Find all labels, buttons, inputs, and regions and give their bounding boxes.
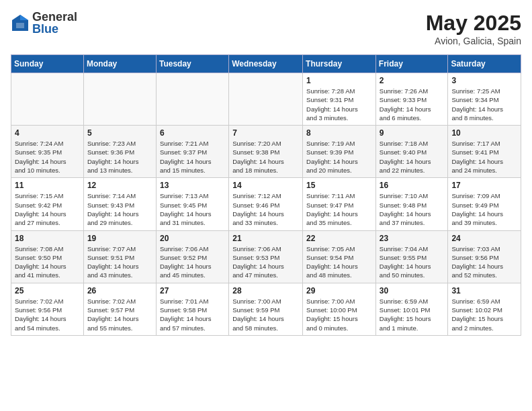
day-info: Sunrise: 7:00 AM Sunset: 10:00 PM Daylig… [306,297,372,332]
calendar-week-row: 25Sunrise: 7:02 AM Sunset: 9:56 PM Dayli… [11,283,521,335]
calendar-day-cell: 12Sunrise: 7:14 AM Sunset: 9:43 PM Dayli… [83,178,156,230]
day-number: 22 [306,234,372,243]
day-number: 21 [232,234,299,243]
day-number: 26 [87,286,152,295]
day-info: Sunrise: 7:09 AM Sunset: 9:49 PM Dayligh… [451,191,517,227]
day-info: Sunrise: 7:26 AM Sunset: 9:33 PM Dayligh… [380,87,445,122]
day-info: Sunrise: 7:18 AM Sunset: 9:40 PM Dayligh… [380,139,445,175]
svg-rect-2 [16,23,24,28]
day-info: Sunrise: 7:21 AM Sunset: 9:37 PM Dayligh… [160,139,225,175]
day-info: Sunrise: 7:08 AM Sunset: 9:50 PM Dayligh… [15,244,80,280]
day-number: 9 [380,128,445,138]
day-info: Sunrise: 7:00 AM Sunset: 9:59 PM Dayligh… [232,297,299,332]
calendar-week-row: 11Sunrise: 7:15 AM Sunset: 9:42 PM Dayli… [11,178,521,230]
calendar-day-cell: 9Sunrise: 7:18 AM Sunset: 9:40 PM Daylig… [375,126,448,178]
day-header-friday: Friday [375,55,448,73]
day-info: Sunrise: 7:28 AM Sunset: 9:31 PM Dayligh… [306,87,372,122]
day-header-monday: Monday [83,55,156,73]
calendar-day-cell: 26Sunrise: 7:02 AM Sunset: 9:57 PM Dayli… [83,283,156,335]
calendar-day-cell: 25Sunrise: 7:02 AM Sunset: 9:56 PM Dayli… [11,283,84,335]
day-info: Sunrise: 7:11 AM Sunset: 9:47 PM Dayligh… [306,191,372,227]
calendar-day-cell: 28Sunrise: 7:00 AM Sunset: 9:59 PM Dayli… [229,283,303,335]
day-number: 24 [451,234,517,243]
day-number: 19 [87,234,152,243]
day-header-sunday: Sunday [11,55,84,73]
day-number: 15 [306,181,372,190]
day-number: 1 [306,76,372,85]
day-info: Sunrise: 7:03 AM Sunset: 9:56 PM Dayligh… [451,244,517,280]
day-info: Sunrise: 7:07 AM Sunset: 9:51 PM Dayligh… [87,244,152,280]
logo-icon [11,13,30,32]
day-info: Sunrise: 7:13 AM Sunset: 9:45 PM Dayligh… [160,191,225,227]
day-number: 3 [451,76,517,85]
day-info: Sunrise: 7:10 AM Sunset: 9:48 PM Dayligh… [380,191,445,227]
calendar-week-row: 4Sunrise: 7:24 AM Sunset: 9:35 PM Daylig… [11,126,521,178]
calendar-day-cell: 13Sunrise: 7:13 AM Sunset: 9:45 PM Dayli… [156,178,228,230]
day-number: 27 [160,286,225,295]
day-number: 7 [232,128,299,138]
month-year-title: May 2025 [426,11,521,36]
day-info: Sunrise: 7:02 AM Sunset: 9:56 PM Dayligh… [15,297,80,332]
day-number: 20 [160,234,225,243]
day-number: 28 [232,286,299,295]
page-header: General Blue May 2025 Avion, Galicia, Sp… [11,11,521,46]
logo-text: General Blue [32,11,77,35]
day-number: 29 [306,286,372,295]
calendar-week-row: 1Sunrise: 7:28 AM Sunset: 9:31 PM Daylig… [11,73,521,126]
calendar-day-cell: 4Sunrise: 7:24 AM Sunset: 9:35 PM Daylig… [11,126,84,178]
calendar-day-cell: 23Sunrise: 7:04 AM Sunset: 9:55 PM Dayli… [375,230,448,283]
day-number: 25 [15,286,80,295]
calendar-day-cell: 6Sunrise: 7:21 AM Sunset: 9:37 PM Daylig… [156,126,228,178]
day-info: Sunrise: 7:02 AM Sunset: 9:57 PM Dayligh… [87,297,152,332]
calendar-day-cell: 19Sunrise: 7:07 AM Sunset: 9:51 PM Dayli… [83,230,156,283]
day-header-tuesday: Tuesday [156,55,228,73]
calendar-day-cell: 27Sunrise: 7:01 AM Sunset: 9:58 PM Dayli… [156,283,228,335]
day-header-wednesday: Wednesday [229,55,303,73]
calendar-day-cell: 14Sunrise: 7:12 AM Sunset: 9:46 PM Dayli… [229,178,303,230]
day-number: 10 [451,128,517,138]
day-number: 13 [160,181,225,190]
day-info: Sunrise: 7:17 AM Sunset: 9:41 PM Dayligh… [451,139,517,175]
day-number: 31 [451,286,517,295]
calendar-day-cell: 5Sunrise: 7:23 AM Sunset: 9:36 PM Daylig… [83,126,156,178]
calendar-day-cell: 7Sunrise: 7:20 AM Sunset: 9:38 PM Daylig… [229,126,303,178]
calendar-day-cell: 2Sunrise: 7:26 AM Sunset: 9:33 PM Daylig… [375,73,448,126]
day-info: Sunrise: 7:06 AM Sunset: 9:53 PM Dayligh… [232,244,299,280]
calendar-day-cell [156,73,228,126]
day-number: 23 [380,234,445,243]
day-number: 16 [380,181,445,190]
calendar-day-cell: 17Sunrise: 7:09 AM Sunset: 9:49 PM Dayli… [448,178,521,230]
calendar-day-cell: 21Sunrise: 7:06 AM Sunset: 9:53 PM Dayli… [229,230,303,283]
calendar-day-cell: 29Sunrise: 7:00 AM Sunset: 10:00 PM Dayl… [303,283,376,335]
day-number: 5 [87,128,152,138]
day-header-saturday: Saturday [448,55,521,73]
calendar-day-cell: 15Sunrise: 7:11 AM Sunset: 9:47 PM Dayli… [303,178,376,230]
day-number: 8 [306,128,372,138]
calendar-day-cell: 8Sunrise: 7:19 AM Sunset: 9:39 PM Daylig… [303,126,376,178]
day-info: Sunrise: 7:14 AM Sunset: 9:43 PM Dayligh… [87,191,152,227]
day-number: 12 [87,181,152,190]
day-info: Sunrise: 7:19 AM Sunset: 9:39 PM Dayligh… [306,139,372,175]
calendar-day-cell: 18Sunrise: 7:08 AM Sunset: 9:50 PM Dayli… [11,230,84,283]
day-number: 17 [451,181,517,190]
title-block: May 2025 Avion, Galicia, Spain [426,11,521,46]
day-number: 4 [15,128,80,138]
calendar-day-cell: 20Sunrise: 7:06 AM Sunset: 9:52 PM Dayli… [156,230,228,283]
day-number: 6 [160,128,225,138]
calendar-day-cell: 31Sunrise: 6:59 AM Sunset: 10:02 PM Dayl… [448,283,521,335]
day-info: Sunrise: 7:24 AM Sunset: 9:35 PM Dayligh… [15,139,80,175]
day-info: Sunrise: 7:12 AM Sunset: 9:46 PM Dayligh… [232,191,299,227]
day-info: Sunrise: 6:59 AM Sunset: 10:01 PM Daylig… [380,297,445,332]
logo-general: General [32,11,77,23]
calendar-week-row: 18Sunrise: 7:08 AM Sunset: 9:50 PM Dayli… [11,230,521,283]
calendar-day-cell [83,73,156,126]
day-number: 2 [380,76,445,85]
day-number: 14 [232,181,299,190]
calendar-day-cell: 10Sunrise: 7:17 AM Sunset: 9:41 PM Dayli… [448,126,521,178]
day-info: Sunrise: 7:06 AM Sunset: 9:52 PM Dayligh… [160,244,225,280]
day-info: Sunrise: 7:01 AM Sunset: 9:58 PM Dayligh… [160,297,225,332]
calendar-day-cell: 1Sunrise: 7:28 AM Sunset: 9:31 PM Daylig… [303,73,376,126]
calendar-day-cell [229,73,303,126]
day-info: Sunrise: 7:25 AM Sunset: 9:34 PM Dayligh… [451,87,517,122]
calendar-day-cell [11,73,84,126]
